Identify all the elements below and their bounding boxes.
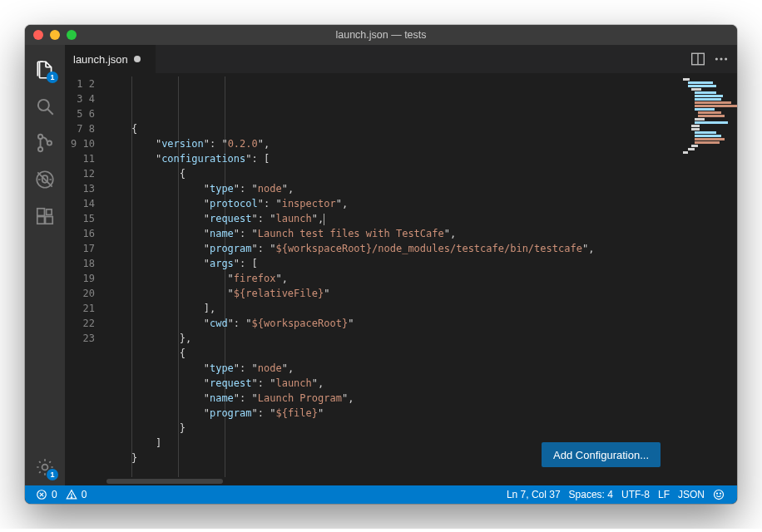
status-errors-count: 0 — [52, 489, 57, 500]
svg-point-12 — [42, 465, 48, 470]
status-warnings[interactable]: 0 — [62, 485, 92, 504]
status-eol[interactable]: LF — [654, 485, 674, 504]
horizontal-scrollbar[interactable] — [106, 477, 670, 485]
minimap[interactable] — [677, 73, 737, 485]
zoom-window-button[interactable] — [67, 30, 77, 40]
more-actions-icon[interactable] — [714, 52, 729, 66]
status-encoding[interactable]: UTF-8 — [617, 485, 654, 504]
svg-line-1 — [47, 109, 53, 115]
status-errors[interactable]: 0 — [32, 485, 62, 504]
line-number-gutter: 1 2 3 4 5 6 7 8 9 10 11 12 13 14 15 16 1… — [65, 73, 106, 485]
svg-point-22 — [71, 497, 72, 498]
window-controls — [25, 30, 77, 40]
editor-group: launch.json 1 2 3 4 5 6 7 8 9 10 11 12 1… — [65, 45, 737, 485]
minimize-window-button[interactable] — [50, 30, 60, 40]
status-warnings-count: 0 — [82, 489, 87, 500]
activity-debug[interactable] — [25, 161, 65, 198]
svg-point-25 — [720, 493, 720, 494]
code-area[interactable]: { "version": "0.2.0", "configurations": … — [106, 73, 677, 485]
status-language-mode[interactable]: JSON — [674, 485, 709, 504]
editor-actions — [690, 45, 737, 73]
activity-bar: 1 1 — [25, 45, 65, 485]
svg-point-15 — [715, 57, 718, 60]
split-editor-icon[interactable] — [690, 52, 705, 66]
activity-settings[interactable]: 1 — [25, 449, 65, 485]
svg-point-16 — [720, 57, 722, 60]
svg-rect-9 — [37, 217, 45, 224]
status-cursor-position[interactable]: Ln 7, Col 37 — [502, 485, 565, 504]
svg-point-3 — [38, 147, 42, 151]
svg-point-2 — [38, 135, 42, 139]
status-indentation[interactable]: Spaces: 4 — [565, 485, 617, 504]
svg-point-24 — [716, 493, 717, 494]
explorer-badge: 1 — [47, 71, 58, 83]
settings-badge: 1 — [47, 469, 58, 480]
tab-launch-json[interactable]: launch.json — [65, 45, 156, 73]
activity-source-control[interactable] — [25, 125, 65, 161]
tab-bar: launch.json — [65, 45, 737, 73]
window-title: launch.json — tests — [25, 29, 737, 41]
close-window-button[interactable] — [33, 30, 43, 40]
svg-rect-8 — [37, 209, 45, 216]
tab-label: launch.json — [73, 53, 128, 66]
status-bar: 0 0 Ln 7, Col 37 Spaces: 4 UTF-8 LF JSON — [25, 485, 737, 504]
svg-point-0 — [38, 100, 49, 111]
activity-search[interactable] — [25, 88, 65, 125]
svg-rect-11 — [47, 209, 52, 215]
activity-extensions[interactable] — [25, 198, 65, 234]
svg-point-23 — [714, 490, 723, 499]
status-feedback-icon[interactable] — [709, 485, 729, 504]
tab-dirty-indicator-icon — [134, 56, 141, 62]
svg-rect-10 — [46, 217, 53, 224]
svg-point-17 — [725, 57, 727, 60]
editor-surface[interactable]: 1 2 3 4 5 6 7 8 9 10 11 12 13 14 15 16 1… — [65, 73, 737, 485]
app-window: launch.json — tests 1 1 — [25, 25, 737, 504]
add-configuration-button[interactable]: Add Configuration... — [542, 442, 661, 467]
activity-explorer[interactable]: 1 — [25, 52, 65, 88]
title-bar: launch.json — tests — [25, 25, 737, 45]
